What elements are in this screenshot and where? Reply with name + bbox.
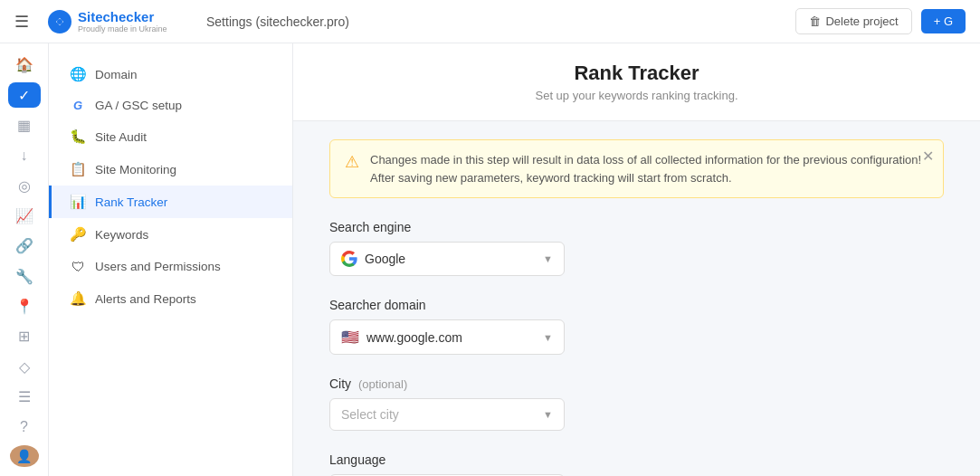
language-section: Language English ▼	[329, 452, 944, 476]
users-icon: 🛡	[70, 259, 86, 274]
home-icon-btn[interactable]: 🏠	[8, 52, 41, 77]
sidebar-item-rank-label: Rank Tracker	[95, 195, 167, 209]
content-inner: ⚠ Changes made in this step will result …	[293, 121, 980, 476]
sidebar-item-site-audit[interactable]: 🐛 Site Audit	[49, 120, 292, 153]
logo-text: Sitechecker	[78, 9, 167, 24]
audit-icon: 🐛	[70, 129, 86, 145]
sidebar-item-users[interactable]: 🛡 Users and Permissions	[49, 251, 292, 282]
nav-sidebar: 🌐 Domain G GA / GSC setup 🐛 Site Audit 📋…	[49, 43, 293, 476]
city-select-left: Select city	[341, 407, 399, 422]
warning-banner: ⚠ Changes made in this step will result …	[329, 139, 944, 198]
sidebar-item-alerts[interactable]: 🔔 Alerts and Reports	[49, 282, 292, 315]
menu-icon[interactable]: ☰	[14, 12, 29, 32]
page-subtitle: Set up your keywords ranking tracking.	[311, 89, 962, 102]
city-chevron: ▼	[543, 409, 553, 420]
city-select[interactable]: Select city ▼	[329, 398, 565, 431]
location-icon-btn[interactable]: 📍	[8, 294, 41, 319]
download-icon-btn[interactable]: ↓	[8, 143, 41, 167]
search-engine-chevron: ▼	[543, 253, 553, 264]
header-actions: 🗑 Delete project + G	[795, 8, 966, 34]
google-logo-icon	[341, 251, 357, 267]
target-icon-btn[interactable]: ◎	[8, 173, 41, 197]
page-header: Rank Tracker Set up your keywords rankin…	[293, 43, 980, 121]
sidebar-item-rank-tracker[interactable]: 📊 Rank Tracker	[49, 186, 292, 218]
searcher-domain-select-left: 🇺🇸 www.google.com	[341, 328, 462, 346]
rank-tracker-icon: 📊	[70, 194, 86, 210]
content-area: Rank Tracker Set up your keywords rankin…	[293, 43, 980, 476]
search-engine-value: Google	[365, 252, 405, 266]
searcher-domain-value: www.google.com	[366, 330, 462, 345]
warning-close-button[interactable]: ✕	[922, 148, 934, 165]
sidebar-item-site-monitoring[interactable]: 📋 Site Monitoring	[49, 153, 292, 186]
sidebar-item-domain-label: Domain	[95, 68, 138, 81]
logo: Sitechecker Proudly made in Ukraine	[47, 9, 192, 34]
warning-triangle-icon: ⚠	[345, 152, 359, 172]
table-icon-btn[interactable]: ☰	[8, 385, 41, 409]
logo-subtitle: Proudly made in Ukraine	[78, 24, 167, 33]
sidebar-item-audit-label: Site Audit	[95, 130, 147, 144]
searcher-domain-section: Searcher domain 🇺🇸 www.google.com ▼	[329, 298, 944, 355]
sidebar-item-ga-label: GA / GSC setup	[95, 99, 182, 112]
searcher-domain-select[interactable]: 🇺🇸 www.google.com ▼	[329, 319, 565, 355]
grid2-icon-btn[interactable]: ⊞	[8, 324, 41, 348]
top-header: ☰ Sitechecker Proudly made in Ukraine Se…	[0, 0, 980, 43]
searcher-domain-chevron: ▼	[543, 332, 553, 343]
sidebar-item-monitoring-label: Site Monitoring	[95, 163, 176, 176]
svg-point-1	[57, 19, 62, 24]
sidebar-item-ga-gsc[interactable]: G GA / GSC setup	[49, 90, 292, 120]
add-project-button[interactable]: + G	[921, 9, 966, 33]
search-engine-label: Search engine	[329, 220, 944, 234]
city-section: City (optional) Select city ▼	[329, 376, 944, 431]
trash-icon: 🗑	[809, 14, 821, 28]
search-engine-select-left: Google	[341, 251, 405, 267]
diamond-icon-btn[interactable]: ◇	[8, 355, 41, 379]
header-page-title: Settings (sitechecker.pro)	[206, 14, 349, 29]
sidebar-item-keywords[interactable]: 🔑 Keywords	[49, 218, 292, 251]
active-icon-btn[interactable]: ✓	[8, 82, 41, 107]
searcher-domain-label: Searcher domain	[329, 298, 944, 312]
us-flag-icon: 🇺🇸	[341, 328, 359, 346]
city-label: City (optional)	[329, 376, 944, 391]
grid-icon-btn[interactable]: ▦	[8, 113, 41, 138]
avatar[interactable]: 👤	[10, 445, 39, 467]
sidebar-item-users-label: Users and Permissions	[95, 260, 221, 273]
search-engine-section: Search engine Google ▼	[329, 220, 944, 276]
tools-icon-btn[interactable]: 🔧	[8, 264, 41, 289]
alerts-icon: 🔔	[70, 290, 86, 307]
link-icon-btn[interactable]: 🔗	[8, 233, 41, 258]
city-optional-label: (optional)	[358, 377, 407, 391]
warning-text: Changes made in this step will result in…	[370, 151, 921, 186]
icon-sidebar: 🏠 ✓ ▦ ↓ ◎ 📈 🔗 🔧 📍 ⊞ ◇ ☰ ? 👤	[0, 43, 49, 476]
delete-project-button[interactable]: 🗑 Delete project	[795, 8, 911, 34]
search-engine-select[interactable]: Google ▼	[329, 242, 565, 276]
ga-icon: G	[70, 99, 86, 112]
monitoring-icon: 📋	[70, 161, 86, 177]
logo-icon	[47, 9, 72, 34]
sidebar-item-domain[interactable]: 🌐 Domain	[49, 58, 292, 90]
sidebar-item-keywords-label: Keywords	[95, 228, 148, 242]
sidebar-item-alerts-label: Alerts and Reports	[95, 292, 196, 306]
page-title: Rank Tracker	[311, 62, 962, 85]
keywords-icon: 🔑	[70, 226, 86, 243]
city-placeholder: Select city	[341, 407, 399, 422]
chart-icon-btn[interactable]: 📈	[8, 204, 41, 228]
language-label: Language	[329, 452, 944, 467]
domain-icon: 🌐	[70, 66, 86, 82]
help-icon-btn[interactable]: ?	[8, 414, 41, 439]
